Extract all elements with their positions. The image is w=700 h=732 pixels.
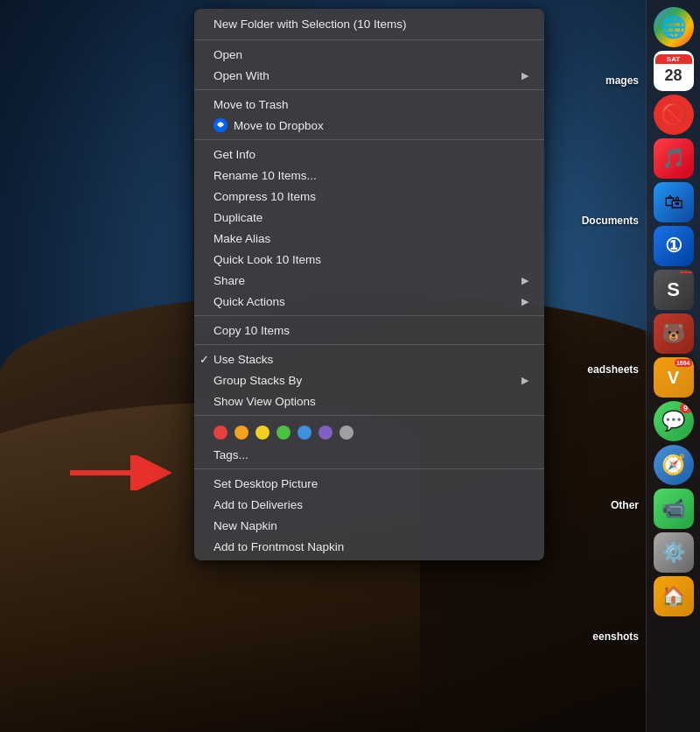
- menu-item-share[interactable]: Share ▶: [194, 270, 544, 291]
- menu-item-get-info-label: Get Info: [214, 148, 528, 161]
- menu-item-duplicate[interactable]: Duplicate: [194, 207, 544, 228]
- menu-item-copy[interactable]: Copy 10 Items: [194, 320, 544, 341]
- menu-item-show-view-options-label: Show View Options: [214, 395, 528, 408]
- red-arrow: [70, 455, 175, 490]
- menu-item-open[interactable]: Open: [194, 44, 544, 65]
- menu-item-open-with-label: Open With: [214, 69, 522, 82]
- menu-item-new-napkin[interactable]: New Napkin: [194, 515, 544, 536]
- tag-red[interactable]: [214, 426, 228, 440]
- menu-item-tags[interactable]: Tags...: [194, 444, 544, 465]
- dock-badge-messages: 9: [680, 403, 692, 413]
- use-stacks-checkmark: ✓: [200, 353, 209, 366]
- tags-row: [194, 419, 544, 444]
- tag-orange[interactable]: [234, 426, 248, 440]
- dock-icon-sketchbook[interactable]: S: [654, 270, 694, 310]
- menu-item-set-desktop-label: Set Desktop Picture: [214, 477, 528, 490]
- dock-icon-facetime[interactable]: 📹: [654, 489, 694, 529]
- dock-icon-chrome[interactable]: 🌐: [654, 7, 694, 47]
- menu-item-tags-label: Tags...: [214, 448, 528, 461]
- dock-badge-vezer: 1664: [675, 359, 692, 367]
- dock-icon-home[interactable]: 🏠: [654, 576, 694, 616]
- stack-label-screenshots: eenshots: [592, 630, 639, 643]
- menu-item-new-folder-label: New Folder with Selection (10 Items): [214, 18, 528, 31]
- menu-item-use-stacks-label: Use Stacks: [214, 353, 528, 366]
- menu-item-rename-label: Rename 10 Items...: [214, 169, 528, 182]
- separator-2: [194, 89, 544, 90]
- tag-purple[interactable]: [318, 426, 332, 440]
- menu-item-copy-label: Copy 10 Items: [214, 324, 528, 337]
- menu-item-new-napkin-label: New Napkin: [214, 519, 528, 532]
- menu-item-quick-actions[interactable]: Quick Actions ▶: [194, 291, 544, 312]
- menu-item-open-with[interactable]: Open With ▶: [194, 65, 544, 86]
- dock-icon-vezer[interactable]: V 1664: [654, 357, 694, 398]
- menu-item-add-deliveries-label: Add to Deliveries: [214, 498, 528, 511]
- menu-item-share-label: Share: [214, 274, 522, 287]
- dock-icon-safari[interactable]: 🧭: [654, 445, 694, 485]
- menu-item-move-to-dropbox[interactable]: Move to Dropbox: [194, 115, 544, 136]
- menu-item-add-deliveries[interactable]: Add to Deliveries: [194, 494, 544, 515]
- dock: 🌐 SAT 28 🚫 🎵 🛍 ① S 🐻: [646, 0, 700, 732]
- menu-item-open-label: Open: [214, 48, 528, 61]
- submenu-arrow-open-with: ▶: [522, 70, 528, 81]
- dock-icon-messages[interactable]: 💬 9: [654, 401, 694, 441]
- menu-item-move-to-trash[interactable]: Move to Trash: [194, 94, 544, 115]
- menu-item-set-desktop[interactable]: Set Desktop Picture: [194, 473, 544, 494]
- menu-item-add-napkin-label: Add to Frontmost Napkin: [214, 540, 528, 553]
- menu-item-make-alias[interactable]: Make Alias: [194, 228, 544, 249]
- menu-item-get-info[interactable]: Get Info: [194, 144, 544, 165]
- separator-4: [194, 315, 544, 316]
- dock-icon-calendar[interactable]: SAT 28: [654, 51, 694, 91]
- menu-item-duplicate-label: Duplicate: [214, 211, 528, 224]
- menu-item-move-to-dropbox-label: Move to Dropbox: [234, 119, 528, 132]
- stack-label-spreadsheets: eadsheets: [587, 363, 639, 376]
- submenu-arrow-group-stacks: ▶: [522, 375, 528, 386]
- submenu-arrow-share: ▶: [522, 275, 528, 286]
- tag-blue[interactable]: [298, 426, 312, 440]
- menu-item-make-alias-label: Make Alias: [214, 232, 528, 245]
- menu-item-rename[interactable]: Rename 10 Items...: [194, 165, 544, 186]
- menu-item-show-view-options[interactable]: Show View Options: [194, 391, 544, 412]
- menu-item-use-stacks[interactable]: ✓ Use Stacks: [194, 348, 544, 370]
- dock-icon-dnd[interactable]: 🚫: [654, 95, 694, 135]
- menu-item-add-napkin[interactable]: Add to Frontmost Napkin: [194, 536, 544, 557]
- dock-icon-bear[interactable]: 🐻: [654, 313, 694, 354]
- menu-item-compress-label: Compress 10 Items: [214, 190, 528, 203]
- menu-item-group-stacks[interactable]: Group Stacks By ▶: [194, 370, 544, 391]
- submenu-arrow-quick-actions: ▶: [522, 296, 528, 307]
- menu-item-new-folder[interactable]: New Folder with Selection (10 Items): [194, 12, 544, 36]
- menu-item-move-to-trash-label: Move to Trash: [214, 98, 528, 111]
- desktop: mages Documents eadsheets Other eenshots…: [0, 0, 700, 732]
- context-menu: New Folder with Selection (10 Items) Ope…: [194, 9, 544, 560]
- separator-6: [194, 415, 544, 416]
- tag-green[interactable]: [276, 426, 290, 440]
- separator-5: [194, 344, 544, 345]
- dock-icon-1password[interactable]: ①: [654, 226, 694, 266]
- dropbox-icon: [214, 118, 228, 132]
- menu-item-compress[interactable]: Compress 10 Items: [194, 186, 544, 207]
- menu-item-quick-look[interactable]: Quick Look 10 Items: [194, 249, 544, 270]
- separator-7: [194, 468, 544, 469]
- tag-gray[interactable]: [340, 426, 354, 440]
- tag-yellow[interactable]: [256, 426, 270, 440]
- menu-item-group-stacks-label: Group Stacks By: [214, 374, 522, 387]
- stack-label-images: mages: [606, 74, 639, 87]
- menu-item-quick-actions-label: Quick Actions: [214, 295, 522, 308]
- stack-label-documents: Documents: [582, 215, 639, 227]
- dock-icon-appstore[interactable]: 🛍: [654, 182, 694, 222]
- stack-label-other: Other: [611, 499, 639, 511]
- dock-icon-system-prefs[interactable]: ⚙️: [654, 532, 694, 573]
- separator-1: [194, 39, 544, 40]
- separator-3: [194, 139, 544, 140]
- dock-badge-sketchbook: [680, 271, 692, 273]
- menu-item-quick-look-label: Quick Look 10 Items: [214, 253, 528, 266]
- dock-icon-music[interactable]: 🎵: [654, 138, 694, 179]
